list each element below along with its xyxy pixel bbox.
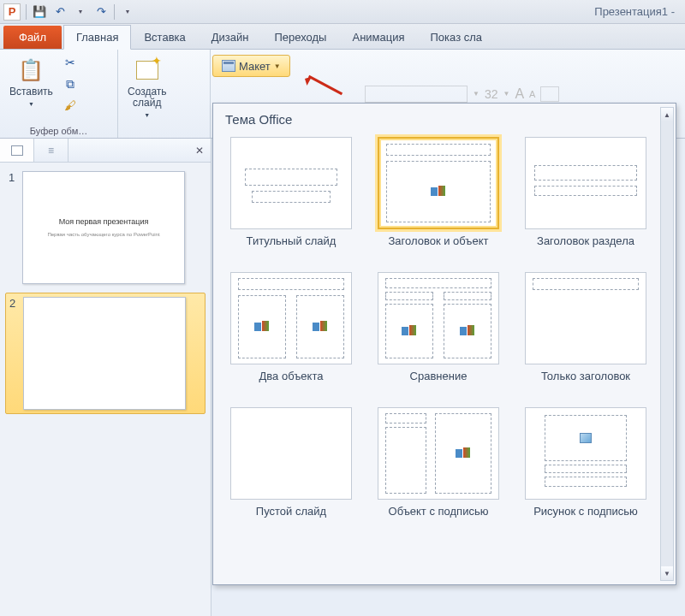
chevron-down-icon: ▼: [274, 62, 281, 70]
tab-insert[interactable]: Вставка: [131, 25, 198, 49]
layout-label: Макет: [239, 60, 271, 73]
layout-content-caption[interactable]: Объект с подписью: [372, 407, 504, 530]
save-button[interactable]: 💾: [30, 3, 49, 21]
slide-number: 2: [9, 297, 18, 410]
layout-label: Объект с подписью: [389, 505, 489, 530]
undo-button[interactable]: ↶: [51, 3, 69, 21]
layout-button[interactable]: Макет ▼: [212, 55, 290, 77]
format-painter-button[interactable]: 🖌: [61, 96, 80, 115]
layout-two-content[interactable]: Два объекта: [225, 272, 357, 395]
group-clipboard-label: Буфер обм…: [5, 124, 112, 136]
scissors-icon: ✂: [65, 56, 75, 69]
slide-panel: ≡ ✕ 1 Моя первая презентация Первая част…: [0, 139, 211, 616]
content-icon: [431, 186, 446, 198]
tab-home[interactable]: Главная: [63, 25, 131, 50]
tab-file[interactable]: Файл: [3, 26, 62, 49]
tab-design[interactable]: Дизайн: [199, 25, 262, 49]
outline-tab-icon: ≡: [48, 145, 54, 157]
layout-label: Сравнение: [410, 370, 468, 395]
clipboard-icon: 📋: [16, 56, 45, 85]
tab-slideshow[interactable]: Показ сла: [418, 25, 496, 49]
layout-label: Рисунок с подписью: [533, 505, 638, 530]
cut-button[interactable]: ✂: [61, 53, 80, 72]
layout-title-only[interactable]: Только заголовок: [520, 272, 652, 395]
paste-label: Вставить: [9, 86, 53, 98]
layout-gallery: Тема Office Титульный слайд Заголовок и …: [212, 103, 676, 585]
slides-tab[interactable]: [0, 139, 34, 162]
slides-tab-icon: [11, 145, 23, 156]
slide1-title: Моя первая презентация: [59, 217, 149, 226]
new-slide-icon: ✦: [133, 56, 162, 85]
layout-label: Заголовок и объект: [389, 234, 489, 260]
new-slide-button[interactable]: ✦ Создать слайд▼: [123, 53, 171, 123]
fontsize-value: 32: [485, 87, 498, 101]
layout-title-slide[interactable]: Титульный слайд: [225, 137, 357, 260]
gallery-scrollbar[interactable]: ▲ ▼: [660, 107, 674, 581]
layout-label: Титульный слайд: [247, 234, 337, 260]
tab-transitions[interactable]: Переходы: [261, 25, 339, 49]
redo-button[interactable]: ↷: [92, 3, 110, 21]
slide-thumbnail-2[interactable]: 2: [5, 293, 206, 414]
layout-title-content[interactable]: Заголовок и объект: [372, 137, 504, 260]
layout-label: Два объекта: [259, 370, 324, 395]
picture-icon: [580, 433, 592, 443]
copy-icon: ⧉: [66, 77, 74, 92]
paste-button[interactable]: 📋 Вставить▼: [5, 53, 57, 112]
close-icon: ✕: [195, 145, 204, 157]
outline-tab[interactable]: ≡: [34, 139, 68, 162]
undo-more-icon[interactable]: ▼: [71, 3, 90, 21]
slide-thumbnail-1[interactable]: 1 Моя первая презентация Первая часть об…: [5, 168, 206, 287]
layout-picture-caption[interactable]: Рисунок с подписью: [520, 407, 652, 530]
brush-icon: 🖌: [64, 98, 76, 112]
ribbon-tabs: Файл Главная Вставка Дизайн Переходы Ани…: [0, 24, 685, 50]
layout-label: Заголовок раздела: [537, 234, 634, 260]
tab-animation[interactable]: Анимация: [339, 25, 417, 49]
copy-button[interactable]: ⧉: [61, 74, 80, 93]
scroll-down-icon[interactable]: ▼: [661, 566, 673, 580]
scroll-up-icon[interactable]: ▲: [661, 108, 673, 121]
layout-section-header[interactable]: Заголовок раздела: [520, 137, 652, 260]
slide1-subtitle: Первая часть обучающего курса по PowerPo…: [47, 231, 159, 238]
gallery-title: Тема Office: [213, 104, 676, 132]
layout-label: Только заголовок: [541, 370, 630, 395]
layout-blank[interactable]: Пустой слайд: [225, 407, 357, 530]
qat-customize-icon[interactable]: ▼: [118, 3, 137, 21]
title-bar: P 💾 ↶ ▼ ↷ ▼ Презентация1 -: [0, 0, 685, 24]
layout-comparison[interactable]: Сравнение: [372, 272, 504, 395]
slide-number: 1: [9, 171, 17, 284]
new-slide-label: Создать слайд: [128, 86, 167, 109]
layout-icon: [222, 60, 235, 72]
app-icon: P: [3, 3, 21, 21]
layout-label: Пустой слайд: [256, 505, 326, 530]
quick-access-toolbar: 💾 ↶ ▼ ↷ ▼: [24, 3, 137, 21]
window-title: Презентация1 -: [137, 5, 682, 18]
panel-close-button[interactable]: ✕: [188, 139, 211, 162]
